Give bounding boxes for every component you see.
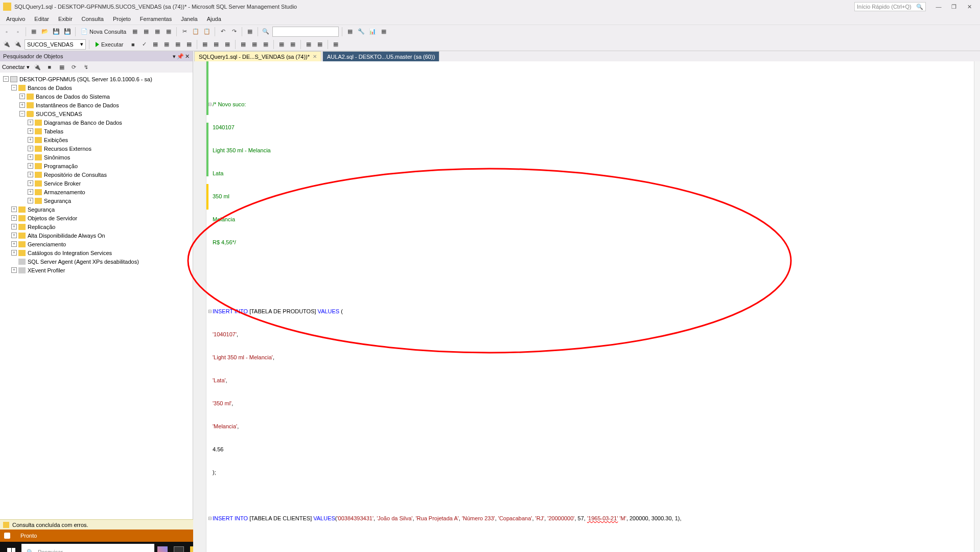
- tab-sqlquery1[interactable]: SQLQuery1.sql - DE...S_VENDAS (sa (74))*…: [194, 51, 321, 61]
- plan3-icon[interactable]: ▦: [173, 40, 182, 49]
- pin-icon[interactable]: 📌: [177, 53, 184, 60]
- indent-icon[interactable]: ▦: [304, 40, 313, 49]
- refresh-icon[interactable]: ⟳: [69, 62, 79, 72]
- taskbar-search[interactable]: 🔍Pesquisar: [21, 544, 154, 552]
- search-icon: 🔍: [27, 549, 34, 553]
- open-icon[interactable]: 📂: [40, 27, 50, 36]
- disconnect-icon[interactable]: 🔌: [33, 62, 42, 72]
- window-title: SQLQuery1.sql - DESKTOP-GPFNMU5.SUCOS_VE…: [14, 4, 297, 10]
- menu-ajuda[interactable]: Ajuda: [203, 15, 225, 23]
- stop-icon[interactable]: ■: [45, 62, 54, 72]
- menu-ferramentas[interactable]: Ferramentas: [136, 15, 176, 23]
- registered-servers-icon[interactable]: ▦: [345, 27, 355, 36]
- options-icon[interactable]: ▦: [184, 40, 194, 49]
- query-icon[interactable]: ▦: [130, 27, 139, 36]
- executar-button[interactable]: Executar: [92, 41, 126, 48]
- document-tabs: SQLQuery1.sql - DE...S_VENDAS (sa (74))*…: [193, 51, 980, 61]
- plan-icon[interactable]: ▦: [151, 40, 160, 49]
- menu-exibir[interactable]: Exibir: [54, 15, 77, 23]
- copy-icon[interactable]: 📋: [191, 27, 200, 36]
- comment-icon[interactable]: ▦: [277, 40, 286, 49]
- code-editor[interactable]: ⊟/* Novo suco: 1040107 Light 350 ml - Me…: [193, 61, 980, 552]
- connect-icon[interactable]: 🔌: [2, 40, 11, 49]
- stats-icon[interactable]: ▦: [200, 40, 209, 49]
- stats3-icon[interactable]: ▦: [223, 40, 232, 49]
- query3-icon[interactable]: ▦: [153, 27, 162, 36]
- wrench-icon[interactable]: 🔧: [357, 27, 366, 36]
- results-file-icon[interactable]: ▦: [261, 40, 270, 49]
- query2-icon[interactable]: ▦: [142, 27, 151, 36]
- editor-area: SQLQuery1.sql - DE...S_VENDAS (sa (74))*…: [193, 51, 980, 519]
- nova-consulta-button[interactable]: 📄Nova Consulta: [79, 28, 128, 35]
- results-text-icon[interactable]: ▦: [250, 40, 259, 49]
- tab-aula2[interactable]: AULA2.sql - DESKTO...U5.master (sa (60)): [322, 51, 439, 61]
- object-explorer-panel: Pesquisador de Objetos ▾ 📌 ✕ Conectar ▾ …: [0, 51, 193, 519]
- close-panel-icon[interactable]: ✕: [185, 53, 190, 60]
- outdent-icon[interactable]: ▦: [315, 40, 324, 49]
- connect-button[interactable]: Conectar ▾: [2, 64, 30, 71]
- toolbar-main: ◦ ◦ ▦ 📂 💾 💾 📄Nova Consulta ▦ ▦ ▦ ▦ ✂ 📋 📋…: [0, 25, 980, 38]
- close-button[interactable]: ✕: [962, 2, 977, 12]
- menu-projeto[interactable]: Projeto: [109, 15, 135, 23]
- close-tab-icon[interactable]: ✕: [313, 54, 317, 59]
- start-button[interactable]: [1, 542, 21, 552]
- minimize-button[interactable]: —: [931, 2, 946, 12]
- activity-icon[interactable]: 📊: [368, 27, 377, 36]
- object-explorer-header: Pesquisador de Objetos ▾ 📌 ✕: [0, 51, 193, 61]
- results-grid-icon[interactable]: ▦: [239, 40, 248, 49]
- cut-icon[interactable]: ✂: [180, 27, 189, 36]
- new-project-icon[interactable]: ▦: [29, 27, 38, 36]
- stop2-icon[interactable]: ↯: [82, 62, 91, 72]
- redo-icon[interactable]: ↷: [229, 27, 239, 36]
- paste-icon[interactable]: 📋: [202, 27, 212, 36]
- task-view2-icon[interactable]: [172, 542, 186, 552]
- app-icon: [3, 3, 11, 11]
- query4-icon[interactable]: ▦: [164, 27, 173, 36]
- undo-icon[interactable]: ↶: [218, 27, 227, 36]
- grid-icon[interactable]: ▦: [245, 27, 254, 36]
- object-explorer-toolbar: Conectar ▾ 🔌 ■ ▦ ⟳ ↯: [0, 61, 193, 73]
- minimap[interactable]: [974, 61, 980, 552]
- template-icon[interactable]: ▦: [379, 27, 388, 36]
- dropdown-icon[interactable]: ▾: [173, 53, 176, 60]
- parse-icon[interactable]: ✓: [139, 40, 149, 49]
- fwd-icon[interactable]: ◦: [13, 27, 22, 36]
- toolbar-sql: 🔌 🔌 SUCOS_VENDAS▾ Executar ■ ✓ ▦ ▦ ▦ ▦ ▦…: [0, 38, 980, 51]
- stats2-icon[interactable]: ▦: [212, 40, 221, 49]
- stop-icon[interactable]: ■: [128, 40, 137, 49]
- ready-icon: [4, 533, 10, 539]
- save-icon[interactable]: 💾: [52, 27, 61, 36]
- object-explorer-tree[interactable]: −DESKTOP-GPFNMU5 (SQL Server 16.0.1000.6…: [0, 73, 193, 519]
- menu-editar[interactable]: Editar: [30, 15, 53, 23]
- database-selector[interactable]: SUCOS_VENDAS▾: [25, 39, 86, 50]
- warning-icon: [3, 522, 9, 528]
- filter-icon[interactable]: ▦: [57, 62, 66, 72]
- plan2-icon[interactable]: ▦: [162, 40, 171, 49]
- maximize-button[interactable]: ❐: [946, 2, 962, 12]
- specify-values-icon[interactable]: ▦: [331, 40, 340, 49]
- change-conn-icon[interactable]: 🔌: [13, 40, 22, 49]
- menu-consulta[interactable]: Consulta: [78, 15, 108, 23]
- back-icon[interactable]: ◦: [2, 27, 11, 36]
- quick-launch-input[interactable]: Início Rápido (Ctrl+Q) 🔍: [854, 2, 926, 11]
- menu-arquivo[interactable]: Arquivo: [2, 15, 29, 23]
- search-icon: 🔍: [916, 4, 923, 10]
- titlebar: SQLQuery1.sql - DESKTOP-GPFNMU5.SUCOS_VE…: [0, 0, 980, 13]
- menu-janela[interactable]: Janela: [177, 15, 201, 23]
- task-view-icon[interactable]: [155, 542, 170, 552]
- save-all-icon[interactable]: 💾: [63, 27, 72, 36]
- search-dropdown[interactable]: [272, 27, 339, 37]
- menubar: Arquivo Editar Exibir Consulta Projeto F…: [0, 13, 980, 25]
- uncomment-icon[interactable]: ▦: [288, 40, 297, 49]
- find-icon[interactable]: 🔍: [261, 27, 270, 36]
